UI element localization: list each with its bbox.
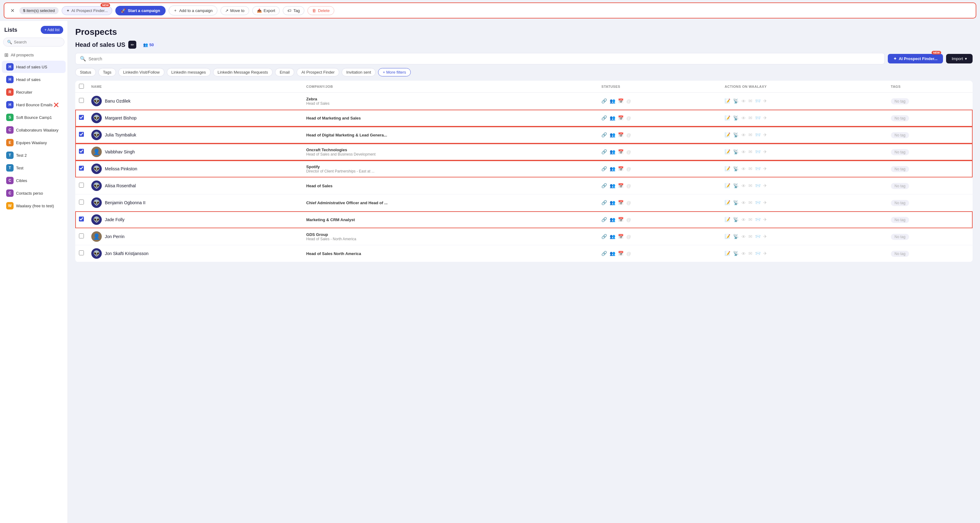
import-button[interactable]: Import ▾ xyxy=(946,54,973,63)
export-button[interactable]: 📤 Export xyxy=(252,6,280,15)
people-icon[interactable]: 👥 xyxy=(610,98,616,104)
link-icon[interactable]: 🔗 xyxy=(601,200,607,206)
mail-icon[interactable]: ✉ xyxy=(748,234,752,239)
calendar-icon[interactable]: 📅 xyxy=(618,251,624,256)
rss-icon[interactable]: 📡 xyxy=(733,132,739,138)
rss-icon[interactable]: 📡 xyxy=(733,183,739,189)
envelope-icon[interactable]: 📨 xyxy=(755,115,761,121)
envelope-icon[interactable]: 📨 xyxy=(755,183,761,189)
at-icon[interactable]: @ xyxy=(626,132,631,138)
rss-icon[interactable]: 📡 xyxy=(733,98,739,104)
select-all-checkbox[interactable] xyxy=(79,84,84,89)
filter-chip-tags[interactable]: Tags xyxy=(99,68,116,76)
filter-chip-status[interactable]: Status xyxy=(75,68,96,76)
envelope-icon[interactable]: 📨 xyxy=(755,166,761,171)
sidebar-item-soft-bounce-camp1[interactable]: S Soft Bounce Camp1 xyxy=(2,111,66,124)
send-icon[interactable]: ✈ xyxy=(763,217,767,222)
people-icon[interactable]: 👥 xyxy=(610,234,616,239)
sidebar-item-recruiter[interactable]: R Recruiter xyxy=(2,86,66,98)
rss-icon[interactable]: 📡 xyxy=(733,200,739,206)
edit-list-button[interactable]: ✏ xyxy=(128,41,136,49)
people-icon[interactable]: 👥 xyxy=(610,251,616,256)
sidebar-item-test[interactable]: T Test xyxy=(2,162,66,174)
calendar-icon[interactable]: 📅 xyxy=(618,217,624,222)
send-icon[interactable]: ✈ xyxy=(763,251,767,256)
people-icon[interactable]: 👥 xyxy=(610,217,616,222)
row-checkbox[interactable] xyxy=(79,115,84,120)
sidebar-search-input[interactable] xyxy=(14,40,60,44)
row-checkbox[interactable] xyxy=(79,233,84,238)
envelope-icon[interactable]: 📨 xyxy=(755,251,761,256)
sidebar-item-hard-bounce-emails[interactable]: H Hard Bounce Emails ❌ xyxy=(2,98,66,111)
calendar-icon[interactable]: 📅 xyxy=(618,183,624,189)
eye-icon[interactable]: 👁 xyxy=(741,98,746,104)
sidebar-item-collaborateurs-waalaxy[interactable]: C Collaborateurs Waalaxy xyxy=(2,124,66,136)
rss-icon[interactable]: 📡 xyxy=(733,166,739,171)
at-icon[interactable]: @ xyxy=(626,149,631,155)
mail-icon[interactable]: ✉ xyxy=(748,132,752,138)
calendar-icon[interactable]: 📅 xyxy=(618,166,624,171)
add-to-campaign-button[interactable]: ＋ Add to a campaign xyxy=(169,6,217,16)
at-icon[interactable]: @ xyxy=(626,217,631,222)
envelope-icon[interactable]: 📨 xyxy=(755,200,761,206)
note-icon[interactable]: 📝 xyxy=(725,183,730,189)
row-checkbox[interactable] xyxy=(79,183,84,188)
eye-icon[interactable]: 👁 xyxy=(741,166,746,171)
sidebar-item-cibles[interactable]: C Cibles xyxy=(2,174,66,187)
mail-icon[interactable]: ✉ xyxy=(748,166,752,171)
mail-icon[interactable]: ✉ xyxy=(748,98,752,104)
link-icon[interactable]: 🔗 xyxy=(601,183,607,189)
calendar-icon[interactable]: 📅 xyxy=(618,132,624,138)
eye-icon[interactable]: 👁 xyxy=(741,183,746,189)
at-icon[interactable]: @ xyxy=(626,98,631,104)
filter-chip-linkedin-messages[interactable]: LinkedIn messages xyxy=(167,68,211,76)
rss-icon[interactable]: 📡 xyxy=(733,149,739,155)
row-checkbox-cell[interactable] xyxy=(75,144,88,160)
mail-icon[interactable]: ✉ xyxy=(748,115,752,121)
row-checkbox-cell[interactable] xyxy=(75,178,88,194)
people-icon[interactable]: 👥 xyxy=(610,183,616,189)
note-icon[interactable]: 📝 xyxy=(725,251,730,256)
mail-icon[interactable]: ✉ xyxy=(748,183,752,189)
sidebar-item-waalaxy-free-to-test[interactable]: W Waalaxy (free to test) xyxy=(2,200,66,212)
note-icon[interactable]: 📝 xyxy=(725,166,730,171)
send-icon[interactable]: ✈ xyxy=(763,98,767,104)
send-icon[interactable]: ✈ xyxy=(763,149,767,155)
ai-finder-button[interactable]: NEW ✦ AI Prospect Finder... xyxy=(888,54,943,63)
filter-chip-linkedin-visit/follow[interactable]: LinkedIn Visit/Follow xyxy=(118,68,164,76)
eye-icon[interactable]: 👁 xyxy=(741,149,746,155)
note-icon[interactable]: 📝 xyxy=(725,149,730,155)
eye-icon[interactable]: 👁 xyxy=(741,251,746,256)
rss-icon[interactable]: 📡 xyxy=(733,115,739,121)
more-filters-button[interactable]: + More filters xyxy=(378,68,411,76)
row-checkbox[interactable] xyxy=(79,250,84,255)
eye-icon[interactable]: 👁 xyxy=(741,234,746,239)
calendar-icon[interactable]: 📅 xyxy=(618,234,624,239)
filter-chip-linkedin-message-requests[interactable]: Linkedin Message Requests xyxy=(213,68,273,76)
add-list-button[interactable]: + Add list xyxy=(41,26,63,34)
row-checkbox-cell[interactable] xyxy=(75,194,88,211)
people-icon[interactable]: 👥 xyxy=(610,132,616,138)
people-icon[interactable]: 👥 xyxy=(610,115,616,121)
note-icon[interactable]: 📝 xyxy=(725,217,730,222)
at-icon[interactable]: @ xyxy=(626,200,631,206)
at-icon[interactable]: @ xyxy=(626,234,631,239)
send-icon[interactable]: ✈ xyxy=(763,115,767,121)
row-checkbox-cell[interactable] xyxy=(75,228,88,245)
sidebar-item-equipes-waalaxy[interactable]: E Equipes Waalaxy xyxy=(2,136,66,149)
move-to-button[interactable]: ↗ Move to xyxy=(221,6,249,15)
at-icon[interactable]: @ xyxy=(626,183,631,189)
calendar-icon[interactable]: 📅 xyxy=(618,115,624,121)
send-icon[interactable]: ✈ xyxy=(763,132,767,138)
row-checkbox-cell[interactable] xyxy=(75,211,88,228)
filter-chip-ai-prospect-finder[interactable]: AI Prospect Finder xyxy=(297,68,339,76)
link-icon[interactable]: 🔗 xyxy=(601,251,607,256)
row-checkbox-cell[interactable] xyxy=(75,245,88,262)
link-icon[interactable]: 🔗 xyxy=(601,234,607,239)
at-icon[interactable]: @ xyxy=(626,251,631,256)
link-icon[interactable]: 🔗 xyxy=(601,217,607,222)
rss-icon[interactable]: 📡 xyxy=(733,251,739,256)
sidebar-search-box[interactable]: 🔍 xyxy=(3,38,64,46)
people-icon[interactable]: 👥 xyxy=(610,149,616,155)
rss-icon[interactable]: 📡 xyxy=(733,217,739,222)
